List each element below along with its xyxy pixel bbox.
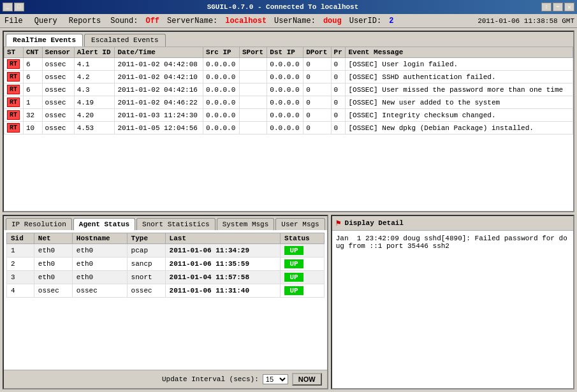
agent-table-wrapper: Sid Net Hostname Type Last Status 1 eth0… xyxy=(4,230,327,370)
tab-snort-statistics[interactable]: Snort Statistics xyxy=(136,218,215,230)
list-item[interactable]: 3 eth0 eth0 snort 2011-01-04 11:57:58 UP xyxy=(7,271,325,284)
list-item[interactable]: 2 eth0 eth0 sancp 2011-01-06 11:35:59 UP xyxy=(7,258,325,271)
datetime-display: 2011-01-06 11:38:58 GMT xyxy=(478,17,574,25)
table-row[interactable]: RT 1 ossec 4.19 2011-01-02 04:46:22 0.0.… xyxy=(4,96,573,109)
cell-message: [OSSEC] User missed the password more th… xyxy=(346,83,573,96)
table-row[interactable]: RT 10 ossec 4.53 2011-01-05 12:04:56 0.0… xyxy=(4,122,573,134)
table-row[interactable]: RT 6 ossec 4.2 2011-01-02 04:42:10 0.0.0… xyxy=(4,71,573,83)
agent-cell-status: UP xyxy=(281,284,325,298)
window-min-button2[interactable]: − xyxy=(553,3,563,11)
window-title: SGUIL-0.7.0 - Connected To localhost xyxy=(24,3,541,11)
cell-dport: 0 xyxy=(303,96,331,109)
window-restore-button[interactable]: ↕ xyxy=(541,3,551,11)
agent-cell-type: pcap xyxy=(127,244,165,258)
cell-datetime: 2011-01-02 04:46:22 xyxy=(115,96,203,109)
cell-src-ip: 0.0.0.0 xyxy=(203,122,240,134)
server-name-value: localhost xyxy=(225,17,267,25)
agent-cell-type: snort xyxy=(127,271,165,284)
col-sensor: Sensor xyxy=(42,47,74,58)
cell-alert-id: 4.20 xyxy=(74,109,115,122)
tab-ip-resolution[interactable]: IP Resolution xyxy=(6,218,72,230)
tab-escalated-events[interactable]: Escalated Events xyxy=(84,34,166,47)
bottom-controls: Update Interval (secs): 15 30 60 NOW xyxy=(4,370,327,388)
table-row[interactable]: RT 6 ossec 4.3 2011-01-02 04:42:16 0.0.0… xyxy=(4,83,573,96)
cell-dst-ip: 0.0.0.0 xyxy=(267,109,303,122)
left-bottom-panel: IP Resolution Agent Status Snort Statist… xyxy=(3,215,328,389)
cell-src-ip: 0.0.0.0 xyxy=(203,83,240,96)
display-detail-header: ⚑ Display Detail xyxy=(332,216,573,231)
agent-cell-last: 2011-01-04 11:57:58 xyxy=(165,271,281,284)
agent-col-sid: Sid xyxy=(7,233,34,244)
agent-cell-sid: 1 xyxy=(7,244,34,258)
table-row[interactable]: RT 6 ossec 4.1 2011-01-02 04:42:08 0.0.0… xyxy=(4,58,573,71)
window-minimize-button[interactable]: _ xyxy=(3,3,13,11)
now-button[interactable]: NOW xyxy=(292,373,322,386)
agent-col-type: Type xyxy=(127,233,165,244)
cell-message: [OSSEC] New dpkg (Debian Package) instal… xyxy=(346,122,573,134)
menu-query[interactable]: Query xyxy=(33,16,59,26)
cell-st: RT xyxy=(4,109,24,122)
tab-system-msgs[interactable]: System Msgs xyxy=(217,218,275,230)
agent-cell-hostname: eth0 xyxy=(72,258,127,271)
cell-alert-id: 4.1 xyxy=(74,58,115,71)
list-item[interactable]: 1 eth0 eth0 pcap 2011-01-06 11:34:29 UP xyxy=(7,244,325,258)
agent-cell-status: UP xyxy=(281,244,325,258)
table-row[interactable]: RT 32 ossec 4.20 2011-01-03 11:24:30 0.0… xyxy=(4,109,573,122)
window-maximize-button[interactable]: □ xyxy=(14,3,24,11)
agent-cell-sid: 2 xyxy=(7,258,34,271)
cell-pr: 0 xyxy=(331,83,346,96)
agent-cell-net: eth0 xyxy=(34,258,72,271)
main-content: RealTime Events Escalated Events ST CNT … xyxy=(0,28,577,392)
cell-cnt: 32 xyxy=(23,109,42,122)
menu-bar: File Query Reports Sound: Off ServerName… xyxy=(0,14,577,28)
agent-cell-hostname: eth0 xyxy=(72,244,127,258)
cell-message: [OSSEC] User login failed. xyxy=(346,58,573,71)
cell-dport: 0 xyxy=(303,71,331,83)
agent-cell-type: sancp xyxy=(127,258,165,271)
cell-pr: 0 xyxy=(331,96,346,109)
bottom-tab-bar: IP Resolution Agent Status Snort Statist… xyxy=(4,216,327,230)
sound-value: Off xyxy=(145,17,159,25)
agent-cell-status: UP xyxy=(281,271,325,284)
agent-cell-net: eth0 xyxy=(34,271,72,284)
window-close-button[interactable]: ✕ xyxy=(564,3,574,11)
cell-pr: 0 xyxy=(331,58,346,71)
tab-user-msgs[interactable]: User Msgs xyxy=(275,218,325,230)
menu-reports[interactable]: Reports xyxy=(67,16,103,26)
display-detail-icon: ⚑ xyxy=(336,218,341,228)
cell-sensor: ossec xyxy=(42,109,74,122)
agent-cell-status: UP xyxy=(281,258,325,271)
agent-table-header-row: Sid Net Hostname Type Last Status xyxy=(7,233,325,244)
col-st: ST xyxy=(4,47,24,58)
cell-datetime: 2011-01-02 04:42:10 xyxy=(115,71,203,83)
agent-col-net: Net xyxy=(34,233,72,244)
cell-dst-ip: 0.0.0.0 xyxy=(267,83,303,96)
cell-cnt: 6 xyxy=(23,83,42,96)
update-interval-label: Update Interval (secs): xyxy=(162,375,259,383)
tab-realtime-events[interactable]: RealTime Events xyxy=(6,34,83,47)
list-item[interactable]: 4 ossec ossec ossec 2011-01-06 11:31:40 … xyxy=(7,284,325,298)
bottom-area: IP Resolution Agent Status Snort Statist… xyxy=(3,215,574,389)
title-bar: _ □ SGUIL-0.7.0 - Connected To localhost… xyxy=(0,0,577,14)
col-pr: Pr xyxy=(331,47,346,58)
user-id-label: UserID: xyxy=(349,17,381,25)
cell-sensor: ossec xyxy=(42,96,74,109)
cell-st: RT xyxy=(4,71,24,83)
agent-cell-hostname: ossec xyxy=(72,284,127,298)
agent-cell-last: 2011-01-06 11:34:29 xyxy=(165,244,281,258)
cell-alert-id: 4.2 xyxy=(74,71,115,83)
cell-sport xyxy=(240,71,267,83)
cell-dport: 0 xyxy=(303,58,331,71)
cell-message: [OSSEC] Integrity checksum changed. xyxy=(346,109,573,122)
cell-pr: 0 xyxy=(331,71,346,83)
interval-select[interactable]: 15 30 60 xyxy=(263,374,288,384)
cell-st: RT xyxy=(4,96,24,109)
cell-dst-ip: 0.0.0.0 xyxy=(267,96,303,109)
tab-agent-status[interactable]: Agent Status xyxy=(73,218,135,230)
cell-dst-ip: 0.0.0.0 xyxy=(267,71,303,83)
col-datetime: Date/Time xyxy=(115,47,203,58)
cell-sport xyxy=(240,83,267,96)
menu-file[interactable]: File xyxy=(3,16,25,26)
col-cnt: CNT xyxy=(23,47,42,58)
agent-cell-sid: 4 xyxy=(7,284,34,298)
